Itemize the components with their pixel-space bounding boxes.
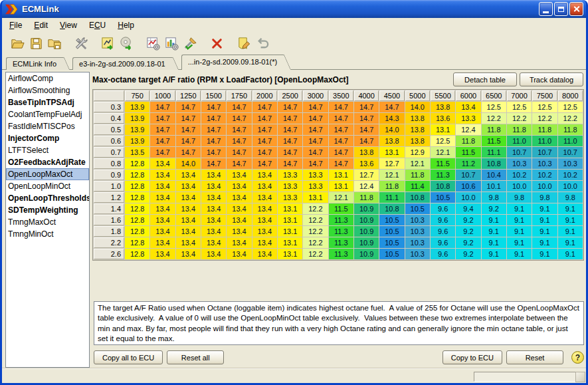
sidebar-item-coolanttempfueladj[interactable]: CoolantTempFuelAdj — [6, 108, 89, 120]
table-cell[interactable]: 13.4 — [201, 203, 226, 214]
table-cell[interactable]: 10.6 — [456, 181, 480, 192]
table-cell[interactable]: 10.0 — [456, 192, 480, 203]
table-cell[interactable]: 13.4 — [150, 181, 175, 192]
table-cell[interactable]: 10.2 — [532, 170, 557, 180]
sidebar-item-tmngmaxoct[interactable]: TmngMaxOct — [6, 216, 89, 228]
table-cell[interactable]: 12.8 — [125, 203, 149, 214]
table-cell[interactable]: 13.4 — [252, 181, 277, 192]
sidebar-item-basetipintpsadj[interactable]: BaseTipInTPSAdj — [6, 96, 89, 108]
table-cell[interactable]: 14.7 — [329, 136, 353, 146]
table-cell[interactable]: 11.5 — [431, 158, 455, 169]
table-cell[interactable]: 10.7 — [456, 170, 480, 180]
table-cell[interactable]: 13.4 — [201, 237, 226, 248]
table-cell[interactable]: 9.8 — [558, 192, 583, 203]
table-cell[interactable]: 13.3 — [278, 192, 302, 203]
table-cell[interactable]: 11.0 — [507, 136, 532, 146]
table-cell[interactable]: 12.2 — [303, 203, 328, 214]
table-cell[interactable]: 13.9 — [125, 124, 149, 135]
table-cell[interactable]: 13.1 — [329, 181, 353, 192]
table-cell[interactable]: 13.4 — [176, 215, 201, 225]
table-cell[interactable]: 12.8 — [125, 181, 149, 192]
table-cell[interactable]: 10.5 — [379, 237, 404, 248]
table-cell[interactable]: 13.4 — [227, 237, 251, 248]
sidebar-item-ltftselect[interactable]: LTFTSelect — [6, 144, 89, 156]
table-cell[interactable]: 10.4 — [482, 170, 506, 180]
table-cell[interactable]: 10.9 — [354, 203, 379, 214]
table-cell[interactable]: 12.5 — [431, 136, 455, 146]
copy-to-ecu-button[interactable]: Copy to ECU — [442, 350, 502, 364]
table-cell[interactable]: 9.8 — [482, 192, 506, 203]
table-cell[interactable]: 12.8 — [125, 192, 149, 203]
table-cell[interactable]: 14.7 — [227, 102, 251, 112]
table-cell[interactable]: 14.7 — [252, 147, 277, 158]
table-cell[interactable]: 12.2 — [507, 113, 532, 124]
table-cell[interactable]: 9.1 — [482, 237, 506, 248]
table-cell[interactable]: 14.7 — [329, 102, 353, 112]
table-cell[interactable]: 14.7 — [227, 136, 251, 146]
table-cell[interactable]: 14.7 — [303, 136, 328, 146]
table-cell[interactable]: 12.2 — [303, 249, 328, 259]
table-cell[interactable]: 13.4 — [252, 170, 277, 180]
table-cell[interactable]: 14.7 — [150, 102, 175, 112]
track-datalog-button[interactable]: Track datalog — [520, 72, 583, 86]
table-cell[interactable]: 13.1 — [329, 170, 353, 180]
table-cell[interactable]: 10.0 — [507, 181, 532, 192]
table-cell[interactable]: 13.4 — [201, 249, 226, 259]
table-cell[interactable]: 11.1 — [379, 192, 404, 203]
table-cell[interactable]: 14.7 — [201, 124, 226, 135]
sidebar-item-openloopthresholds[interactable]: OpenLoopThresholds — [6, 192, 89, 204]
table-cell[interactable]: 10.7 — [558, 147, 583, 158]
table-cell[interactable]: 14.7 — [303, 158, 328, 169]
detach-table-button[interactable]: Detach table — [453, 72, 517, 86]
table-cell[interactable]: 11.3 — [431, 170, 455, 180]
table-cell[interactable]: 12.8 — [125, 226, 149, 237]
undo-icon[interactable] — [252, 35, 271, 53]
table-cell[interactable]: 10.2 — [507, 170, 532, 180]
table-list[interactable]: AirflowCompAirflowSmoothingBaseTipInTPSA… — [5, 72, 90, 368]
table-cell[interactable]: 12.5 — [532, 102, 557, 112]
table-cell[interactable]: 13.4 — [227, 170, 251, 180]
table-cell[interactable]: 13.4 — [227, 215, 251, 225]
table-cell[interactable]: 9.1 — [532, 249, 557, 259]
table-cell[interactable]: 14.7 — [278, 158, 302, 169]
table-cell[interactable]: 13.1 — [278, 226, 302, 237]
table-cell[interactable]: 9.2 — [482, 203, 506, 214]
close-button[interactable] — [569, 2, 583, 16]
table-cell[interactable]: 13.4 — [252, 192, 277, 203]
table-cell[interactable]: 9.6 — [431, 237, 455, 248]
table-cell[interactable]: 11.8 — [379, 181, 404, 192]
table-cell[interactable]: 12.1 — [329, 192, 353, 203]
table-cell[interactable]: 10.9 — [354, 249, 379, 259]
sidebar-item-openloopminoct[interactable]: OpenLoopMinOct — [6, 180, 89, 192]
table-cell[interactable]: 12.4 — [456, 124, 480, 135]
tab-0[interactable]: ECMLink Info — [6, 57, 62, 70]
table-cell[interactable]: 12.2 — [303, 237, 328, 248]
table-cell[interactable]: 12.1 — [405, 158, 430, 169]
table-cell[interactable]: 12.4 — [354, 181, 379, 192]
table-cell[interactable]: 10.5 — [379, 215, 404, 225]
table-cell[interactable]: 10.7 — [507, 147, 532, 158]
table-cell[interactable]: 14.7 — [329, 147, 353, 158]
table-cell[interactable]: 10.8 — [431, 181, 455, 192]
table-cell[interactable]: 9.1 — [482, 249, 506, 259]
table-cell[interactable]: 14.7 — [329, 124, 353, 135]
table-cell[interactable]: 10.0 — [532, 181, 557, 192]
table-cell[interactable]: 11.2 — [456, 158, 480, 169]
maximize-button[interactable] — [554, 2, 568, 16]
table-cell[interactable]: 9.1 — [532, 215, 557, 225]
table-cell[interactable]: 14.7 — [278, 113, 302, 124]
table-cell[interactable]: 13.5 — [125, 147, 149, 158]
table-cell[interactable]: 13.8 — [379, 136, 404, 146]
table-cell[interactable]: 13.8 — [431, 102, 455, 112]
table-cell[interactable]: 13.8 — [405, 124, 430, 135]
table-cell[interactable]: 9.6 — [431, 203, 455, 214]
table-cell[interactable]: 9.8 — [507, 192, 532, 203]
table-cell[interactable]: 13.6 — [354, 158, 379, 169]
table-cell[interactable]: 10.7 — [532, 147, 557, 158]
table-cell[interactable]: 13.4 — [252, 203, 277, 214]
sidebar-item-fastidlemtiscpos[interactable]: FastIdleMTISCPos — [6, 120, 89, 132]
table-cell[interactable]: 12.2 — [558, 113, 583, 124]
table-cell[interactable]: 11.8 — [456, 136, 480, 146]
table-cell[interactable]: 10.5 — [379, 226, 404, 237]
table-cell[interactable]: 9.1 — [507, 237, 532, 248]
